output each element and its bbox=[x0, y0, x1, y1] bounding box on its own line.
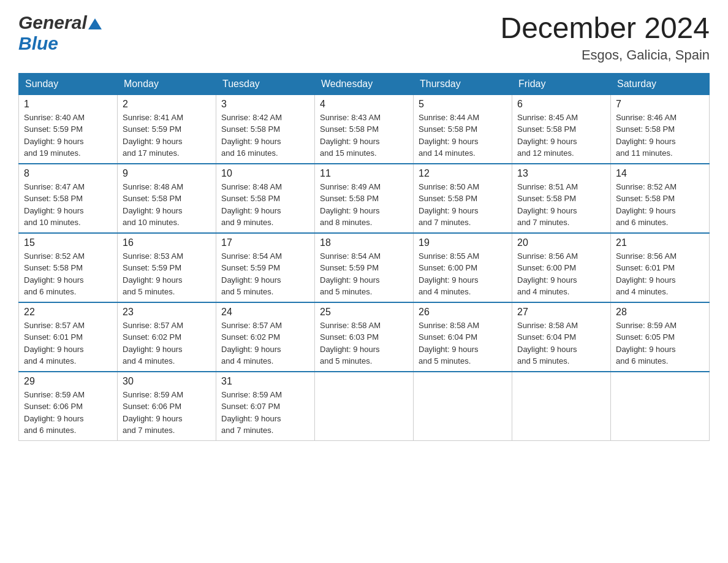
daylight-minutes: and 7 minutes. bbox=[123, 426, 175, 435]
sunrise-label: Sunrise: 8:56 AM bbox=[517, 251, 578, 261]
sunset-label: Sunset: 5:58 PM bbox=[616, 124, 675, 134]
sunset-label: Sunset: 5:58 PM bbox=[221, 194, 280, 203]
location-subtitle: Esgos, Galicia, Spain bbox=[500, 47, 710, 63]
header-friday: Friday bbox=[512, 73, 611, 94]
daylight-label: Daylight: 9 hours bbox=[419, 275, 479, 285]
daylight-label: Daylight: 9 hours bbox=[24, 206, 84, 215]
day-number: 28 bbox=[616, 307, 704, 318]
header-monday: Monday bbox=[118, 73, 216, 94]
daylight-label: Daylight: 9 hours bbox=[221, 137, 281, 146]
daylight-label: Daylight: 9 hours bbox=[221, 206, 281, 215]
daylight-label: Daylight: 9 hours bbox=[24, 345, 84, 354]
day-number: 29 bbox=[24, 376, 112, 387]
sunset-label: Sunset: 5:59 PM bbox=[123, 124, 181, 134]
daylight-minutes: and 10 minutes. bbox=[123, 218, 180, 227]
sunrise-label: Sunrise: 8:55 AM bbox=[419, 251, 479, 261]
sunset-label: Sunset: 6:01 PM bbox=[616, 263, 675, 272]
sunrise-label: Sunrise: 8:58 AM bbox=[517, 321, 578, 330]
day-info: Sunrise: 8:43 AMSunset: 5:58 PMDaylight:… bbox=[320, 112, 408, 159]
daylight-label: Daylight: 9 hours bbox=[517, 137, 577, 146]
daylight-label: Daylight: 9 hours bbox=[616, 137, 676, 146]
header-tuesday: Tuesday bbox=[216, 73, 315, 94]
sunrise-label: Sunrise: 8:40 AM bbox=[24, 113, 85, 122]
sunset-label: Sunset: 6:03 PM bbox=[320, 332, 379, 342]
day-info: Sunrise: 8:53 AMSunset: 5:59 PMDaylight:… bbox=[123, 250, 211, 298]
table-row: 28Sunrise: 8:59 AMSunset: 6:05 PMDayligh… bbox=[611, 302, 710, 372]
table-row: 7Sunrise: 8:46 AMSunset: 5:58 PMDaylight… bbox=[611, 94, 710, 164]
daylight-label: Daylight: 9 hours bbox=[616, 345, 676, 354]
daylight-label: Daylight: 9 hours bbox=[320, 345, 380, 354]
sunrise-label: Sunrise: 8:57 AM bbox=[221, 321, 282, 330]
daylight-minutes: and 16 minutes. bbox=[221, 148, 278, 158]
day-number: 2 bbox=[123, 99, 211, 110]
day-info: Sunrise: 8:54 AMSunset: 5:59 PMDaylight:… bbox=[221, 250, 309, 298]
day-number: 16 bbox=[123, 237, 211, 248]
daylight-label: Daylight: 9 hours bbox=[123, 414, 183, 423]
daylight-minutes: and 10 minutes. bbox=[24, 218, 81, 227]
weekday-header-row: Sunday Monday Tuesday Wednesday Thursday… bbox=[19, 73, 710, 94]
day-info: Sunrise: 8:54 AMSunset: 5:59 PMDaylight:… bbox=[320, 250, 408, 298]
sunset-label: Sunset: 5:58 PM bbox=[517, 124, 576, 134]
sunrise-label: Sunrise: 8:54 AM bbox=[320, 251, 381, 261]
daylight-minutes: and 5 minutes. bbox=[419, 356, 471, 366]
daylight-minutes: and 5 minutes. bbox=[320, 356, 372, 366]
header-sunday: Sunday bbox=[19, 73, 118, 94]
sunset-label: Sunset: 5:58 PM bbox=[616, 194, 675, 203]
day-info: Sunrise: 8:57 AMSunset: 6:01 PMDaylight:… bbox=[24, 320, 112, 367]
table-row bbox=[512, 372, 611, 441]
table-row: 6Sunrise: 8:45 AMSunset: 5:58 PMDaylight… bbox=[512, 94, 611, 164]
day-number: 26 bbox=[419, 307, 507, 318]
daylight-minutes: and 5 minutes. bbox=[320, 287, 372, 296]
daylight-minutes: and 15 minutes. bbox=[320, 148, 377, 158]
daylight-minutes: and 6 minutes. bbox=[616, 356, 668, 366]
sunset-label: Sunset: 6:04 PM bbox=[419, 332, 477, 342]
sunrise-label: Sunrise: 8:58 AM bbox=[320, 321, 381, 330]
day-number: 14 bbox=[616, 168, 704, 179]
daylight-minutes: and 5 minutes. bbox=[221, 287, 273, 296]
day-info: Sunrise: 8:59 AMSunset: 6:07 PMDaylight:… bbox=[221, 389, 309, 437]
daylight-minutes: and 4 minutes. bbox=[24, 356, 76, 366]
day-number: 27 bbox=[517, 307, 605, 318]
table-row: 21Sunrise: 8:56 AMSunset: 6:01 PMDayligh… bbox=[611, 233, 710, 302]
day-number: 21 bbox=[616, 237, 704, 248]
daylight-minutes: and 4 minutes. bbox=[123, 356, 175, 366]
sunrise-label: Sunrise: 8:59 AM bbox=[123, 390, 183, 399]
day-number: 8 bbox=[24, 168, 112, 179]
sunrise-label: Sunrise: 8:59 AM bbox=[24, 390, 85, 399]
month-title: December 2024 bbox=[500, 12, 710, 45]
logo-general-text: General bbox=[18, 12, 87, 33]
calendar-table: Sunday Monday Tuesday Wednesday Thursday… bbox=[18, 73, 710, 441]
table-row: 19Sunrise: 8:55 AMSunset: 6:00 PMDayligh… bbox=[414, 233, 512, 302]
table-row bbox=[414, 372, 512, 441]
logo-triangle-icon bbox=[88, 18, 102, 29]
sunset-label: Sunset: 6:00 PM bbox=[419, 263, 477, 272]
header-saturday: Saturday bbox=[611, 73, 710, 94]
calendar-week-row: 22Sunrise: 8:57 AMSunset: 6:01 PMDayligh… bbox=[19, 302, 710, 372]
daylight-label: Daylight: 9 hours bbox=[221, 414, 281, 423]
day-info: Sunrise: 8:56 AMSunset: 6:00 PMDaylight:… bbox=[517, 250, 605, 298]
sunrise-label: Sunrise: 8:48 AM bbox=[123, 182, 183, 191]
daylight-minutes: and 6 minutes. bbox=[616, 218, 668, 227]
daylight-label: Daylight: 9 hours bbox=[517, 275, 577, 285]
sunset-label: Sunset: 5:59 PM bbox=[221, 263, 280, 272]
day-number: 24 bbox=[221, 307, 309, 318]
day-info: Sunrise: 8:45 AMSunset: 5:58 PMDaylight:… bbox=[517, 112, 605, 159]
table-row: 17Sunrise: 8:54 AMSunset: 5:59 PMDayligh… bbox=[216, 233, 315, 302]
logo-blue-text: Blue bbox=[18, 33, 58, 53]
daylight-label: Daylight: 9 hours bbox=[221, 345, 281, 354]
sunrise-label: Sunrise: 8:41 AM bbox=[123, 113, 183, 122]
daylight-label: Daylight: 9 hours bbox=[123, 137, 183, 146]
table-row: 22Sunrise: 8:57 AMSunset: 6:01 PMDayligh… bbox=[19, 302, 118, 372]
sunset-label: Sunset: 5:58 PM bbox=[320, 194, 379, 203]
daylight-label: Daylight: 9 hours bbox=[24, 414, 84, 423]
day-info: Sunrise: 8:50 AMSunset: 5:58 PMDaylight:… bbox=[419, 181, 507, 229]
sunset-label: Sunset: 6:06 PM bbox=[123, 402, 181, 411]
header-thursday: Thursday bbox=[414, 73, 512, 94]
table-row: 10Sunrise: 8:48 AMSunset: 5:58 PMDayligh… bbox=[216, 164, 315, 233]
sunset-label: Sunset: 6:05 PM bbox=[616, 332, 675, 342]
daylight-minutes: and 7 minutes. bbox=[221, 426, 273, 435]
sunset-label: Sunset: 5:58 PM bbox=[123, 194, 181, 203]
table-row: 27Sunrise: 8:58 AMSunset: 6:04 PMDayligh… bbox=[512, 302, 611, 372]
day-info: Sunrise: 8:52 AMSunset: 5:58 PMDaylight:… bbox=[24, 250, 112, 298]
sunset-label: Sunset: 6:02 PM bbox=[123, 332, 181, 342]
